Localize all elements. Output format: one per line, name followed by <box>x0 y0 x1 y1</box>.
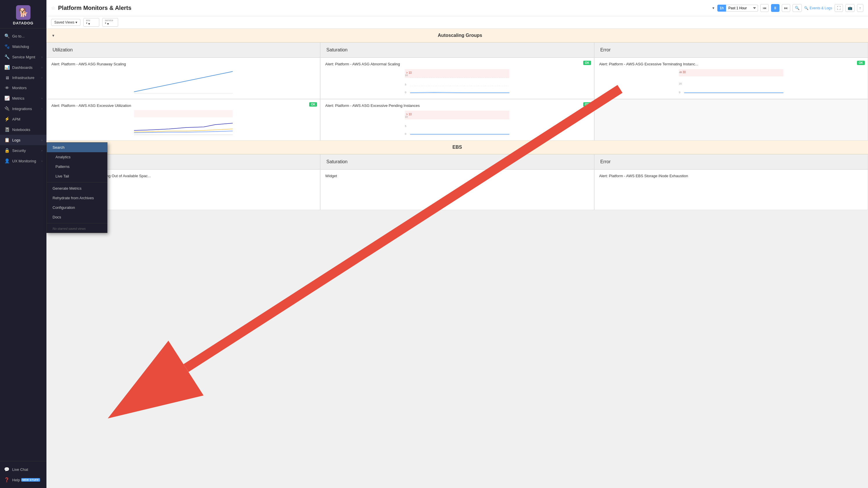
time-range-control: 1h Past 1 Hour Past 4 Hours Past 1 Day <box>717 5 758 11</box>
monitor-card-excessive-pending[interactable]: Alert: Platform - AWS ASG Excessive Pend… <box>320 99 594 141</box>
saved-views-label: Saved Views <box>54 20 74 24</box>
sidebar-item-notebooks[interactable]: 📓 Notebooks <box>0 124 46 135</box>
chart-area: > 30 40 20 0 10:30 10:45 11:00 11:15 <box>599 68 863 95</box>
fast-forward-button[interactable]: ⏭ <box>782 4 790 12</box>
dropdown-item-rehydrate[interactable]: Rehydrate from Archives <box>47 193 107 203</box>
fullscreen-button[interactable]: ⛶ <box>835 4 843 12</box>
monitor-card-runaway-scaling[interactable]: Alert: Platform - AWS ASG Runaway Scalin… <box>46 58 320 99</box>
time-preset-button[interactable]: 1h <box>717 5 726 11</box>
sidebar-logo: 🐕 DATADOG <box>0 0 46 28</box>
favorite-star-icon[interactable]: ☆ <box>51 5 55 11</box>
env-filter-value: * ▾ <box>86 22 97 26</box>
sidebar-item-dashboards[interactable]: 📊 Dashboards › <box>0 62 46 73</box>
chart-area: 10:45 11:00 11:15 <box>51 110 315 136</box>
rewind-button[interactable]: ⏮ <box>760 4 769 12</box>
infrastructure-icon: 🖥 <box>4 75 10 80</box>
title-chevron-icon[interactable]: ▾ <box>712 6 714 10</box>
monitor-title: Alert: Platform - AWS ASG Excessive Term… <box>599 62 863 66</box>
metrics-icon: 📈 <box>4 95 10 101</box>
sidebar-item-ux-monitoring[interactable]: 👤 UX Monitoring › <box>0 156 46 166</box>
sidebar-item-service-mgmt[interactable]: 🔧 Service Mgmt › <box>0 52 46 62</box>
service-mgmt-icon: 🔧 <box>4 54 10 60</box>
sidebar-item-infrastructure[interactable]: 🖥 Infrastructure › <box>0 73 46 83</box>
dropdown-item-analytics[interactable]: Analytics <box>47 152 107 162</box>
sidebar-item-label: Watchdog <box>12 45 42 49</box>
dropdown-item-configuration[interactable]: Configuration <box>47 203 107 212</box>
svg-text:40: 40 <box>679 71 682 74</box>
dropdown-item-patterns[interactable]: Patterns <box>47 162 107 171</box>
monitor-title: Widget <box>325 174 589 178</box>
sidebar-item-label: Metrics <box>12 96 41 101</box>
dashboards-icon: 📊 <box>4 65 10 70</box>
dropdown-item-live-tail[interactable]: Live Tail <box>47 171 107 181</box>
svg-text:0: 0 <box>405 133 406 135</box>
monitor-card-excessive-terminating[interactable]: Alert: Platform - AWS ASG Excessive Term… <box>594 58 868 99</box>
env-filter-label: env <box>86 19 97 22</box>
sidebar-item-watchdog[interactable]: 🐾 Watchdog <box>0 41 46 52</box>
ebs-monitor-card-3[interactable]: Alert: Platform - AWS EBS Storage iNode … <box>594 169 868 210</box>
dashboard-toolbar: Saved Views ▾ env * ▾ service * ▾ <box>46 16 868 29</box>
monitors-icon: 👁 <box>4 85 10 90</box>
utilization-col-header: Utilization <box>46 42 320 58</box>
svg-line-3 <box>134 71 233 92</box>
utilization-chart: 10:45 11:00 11:15 <box>51 110 315 136</box>
dropdown-item-search[interactable]: Search <box>47 143 107 152</box>
dropdown-item-docs[interactable]: Docs <box>47 212 107 222</box>
sidebar-item-integrations[interactable]: 🔌 Integrations › <box>0 104 46 114</box>
page-title: Platform Monitors & Alerts <box>58 5 708 11</box>
svg-text:0: 0 <box>405 91 406 94</box>
logs-icon: 📋 <box>4 137 10 143</box>
sidebar-item-logs[interactable]: 📋 Logs › <box>0 135 46 145</box>
monitor-title: Alert: Platform - AWS ASG Excessive Pend… <box>325 104 589 108</box>
pause-button[interactable]: ⏸ <box>771 4 779 12</box>
sidebar-item-label: Go to... <box>12 34 42 38</box>
sidebar-item-monitors[interactable]: 👁 Monitors <box>0 83 46 93</box>
events-logs-button[interactable]: 🔍 Events & Logs <box>804 6 832 10</box>
sidebar-item-live-chat[interactable]: 💬 Live Chat <box>0 464 46 475</box>
datadog-logo-icon: 🐕 <box>16 5 30 20</box>
dashboard-content: ▾ Autoscaling Groups Utilization Saturat… <box>46 29 868 488</box>
service-filter-button[interactable]: service * ▾ <box>102 18 118 27</box>
integrations-icon: 🔌 <box>4 106 10 111</box>
live-chat-label: Live Chat <box>12 467 28 472</box>
tv-mode-button[interactable]: 📺 <box>845 4 855 12</box>
saved-views-button[interactable]: Saved Views ▾ <box>51 19 81 26</box>
monitor-card-abnormal-scaling[interactable]: Alert: Platform - AWS ASG Abnormal Scali… <box>320 58 594 99</box>
ebs-section-header[interactable]: EBS <box>46 141 868 154</box>
ebs-monitor-card-2[interactable]: Widget <box>320 169 594 210</box>
sidebar-item-metrics[interactable]: 📈 Metrics › <box>0 93 46 104</box>
env-filter-button[interactable]: env * ▾ <box>83 18 99 27</box>
help-label: Help <box>12 478 20 482</box>
monitor-card-excessive-utilization[interactable]: Alert: Platform - AWS ASG Excessive Util… <box>46 99 320 141</box>
ebs-row-1: Alert: Platform - AWS EBS Running Out of… <box>46 169 868 210</box>
sidebar-item-arrow-icon: › <box>41 76 42 79</box>
saved-views-chevron-icon: ▾ <box>75 20 77 24</box>
service-chevron-icon: ▾ <box>107 22 109 26</box>
ux-monitoring-icon: 👤 <box>4 158 10 164</box>
sidebar: 🐕 DATADOG 🔍 Go to... 🐾 Watchdog 🔧 Servic… <box>0 0 46 488</box>
chart-area: > 10 10 5 0 10:30 10:45 11:00 11:15 <box>325 68 589 95</box>
svg-rect-26 <box>134 110 233 117</box>
svg-rect-31 <box>405 111 509 119</box>
goto-icon: 🔍 <box>4 33 10 39</box>
dropdown-divider-1 <box>47 182 107 182</box>
terminating-chart: > 30 40 20 0 10:30 10:45 11:00 11:15 <box>599 68 863 95</box>
ebs-saturation-col: Saturation <box>320 154 594 169</box>
sidebar-item-arrow-icon: › <box>41 160 42 163</box>
sidebar-item-goto[interactable]: 🔍 Go to... <box>0 31 46 41</box>
time-range-select[interactable]: Past 1 Hour Past 4 Hours Past 1 Day <box>726 5 758 11</box>
export-button[interactable]: ↑ <box>857 4 864 12</box>
monitor-title: Alert: Platform - AWS EBS Storage iNode … <box>599 174 863 178</box>
autoscaling-section-header[interactable]: ▾ Autoscaling Groups <box>46 29 868 42</box>
sidebar-item-arrow-icon: › <box>41 149 42 152</box>
sidebar-item-label: Dashboards <box>12 65 41 70</box>
dropdown-item-generate-metrics[interactable]: Generate Metrics <box>47 183 107 193</box>
sidebar-item-help[interactable]: ❓ Help NEW STUFF <box>0 475 46 485</box>
watchdog-icon: 🐾 <box>4 44 10 49</box>
search-time-button[interactable]: 🔍 <box>793 4 802 12</box>
sidebar-item-security[interactable]: 🔒 Security › <box>0 145 46 156</box>
sidebar-item-apm[interactable]: ⚡ APM <box>0 114 46 124</box>
ok-badge: OK <box>309 102 317 107</box>
svg-text:20: 20 <box>679 82 682 85</box>
empty-monitor-card <box>594 99 868 141</box>
